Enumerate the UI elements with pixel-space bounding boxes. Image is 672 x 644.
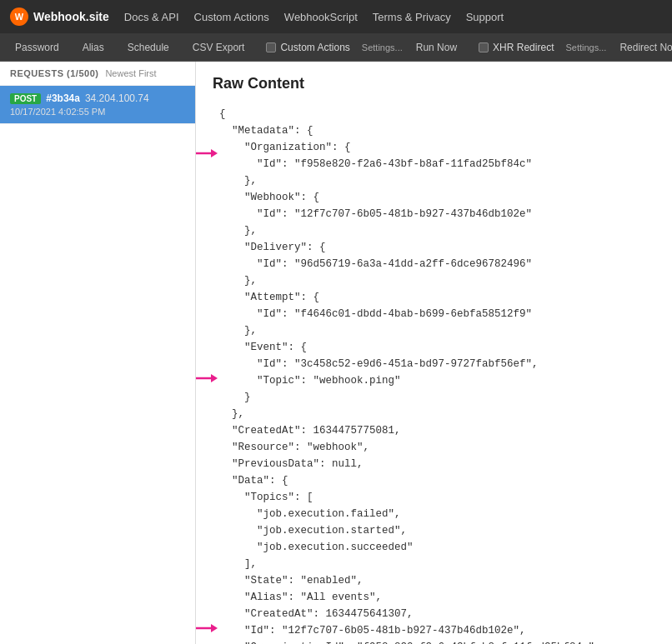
custom-actions-checkbox[interactable]	[266, 42, 276, 52]
sidebar-header: REQUESTS (1/500) Newest First	[0, 62, 195, 86]
sort-label[interactable]: Newest First	[105, 68, 156, 78]
top-nav: W Webhook.site Docs & API Custom Actions…	[0, 0, 672, 33]
xhr-redirect-checkbox[interactable]	[479, 42, 489, 52]
nav-docs[interactable]: Docs & API	[124, 11, 179, 23]
nav-custom-actions[interactable]: Custom Actions	[194, 11, 269, 23]
svg-marker-5	[211, 624, 218, 632]
content-area: Raw Content { "Metadata": { "Organizatio…	[196, 62, 672, 644]
password-button[interactable]: Password	[7, 38, 68, 57]
svg-marker-3	[211, 374, 218, 382]
request-ip: 34.204.100.74	[85, 92, 149, 104]
xhr-redirect-settings[interactable]: Settings...	[562, 41, 609, 54]
run-now-button[interactable]: Run Now	[408, 38, 465, 57]
redirect-now-button[interactable]: Redirect Now	[611, 38, 672, 57]
toolbar: Password Alias Schedule CSV Export Custo…	[0, 33, 672, 62]
nav-webhookscript[interactable]: WebhookScript	[284, 11, 358, 23]
logo-icon: W	[10, 7, 28, 26]
custom-actions-settings[interactable]: Settings...	[359, 41, 406, 54]
alias-button[interactable]: Alias	[74, 38, 113, 57]
xhr-redirect-toggle[interactable]: XHR Redirect	[472, 38, 560, 57]
content-title: Raw Content	[213, 75, 655, 92]
xhr-redirect-label: XHR Redirect	[493, 42, 554, 53]
nav-support[interactable]: Support	[466, 11, 504, 23]
json-content: { "Metadata": { "Organization": { "Id": …	[219, 106, 655, 644]
custom-actions-label: Custom Actions	[280, 42, 349, 53]
schedule-button[interactable]: Schedule	[119, 38, 178, 57]
request-item-header: POST #3b34a 34.204.100.74	[10, 92, 185, 104]
request-id: #3b34a	[46, 92, 80, 104]
requests-count: REQUESTS (1/500)	[10, 68, 98, 78]
arrow-org-id	[196, 146, 218, 163]
logo[interactable]: W Webhook.site	[10, 7, 109, 26]
json-wrapper: { "Metadata": { "Organization": { "Id": …	[213, 106, 655, 644]
request-item[interactable]: POST #3b34a 34.204.100.74 10/17/2021 4:0…	[0, 86, 195, 124]
arrow-created-at	[196, 371, 218, 388]
custom-actions-toggle[interactable]: Custom Actions	[259, 38, 356, 57]
logo-text: Webhook.site	[33, 10, 109, 23]
json-display: { "Metadata": { "Organization": { "Id": …	[219, 106, 655, 644]
method-badge: POST	[10, 93, 41, 104]
main-layout: REQUESTS (1/500) Newest First POST #3b34…	[0, 62, 672, 644]
request-time: 10/17/2021 4:02:55 PM	[10, 107, 185, 117]
arrow-id-bottom	[196, 621, 218, 638]
csv-export-button[interactable]: CSV Export	[184, 38, 253, 57]
svg-marker-1	[211, 149, 218, 157]
sidebar: REQUESTS (1/500) Newest First POST #3b34…	[0, 62, 196, 644]
nav-terms[interactable]: Terms & Privacy	[373, 11, 451, 23]
